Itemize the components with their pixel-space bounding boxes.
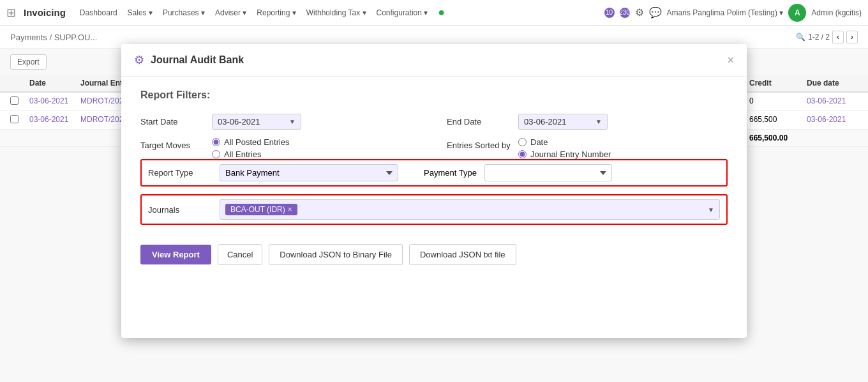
entries-sorted-journal-number[interactable]: Journal Entry Number: [518, 149, 611, 159]
modal-title: Journal Audit Bank: [151, 54, 244, 66]
report-type-row: Report Type Bank Payment Cash Payment Ge…: [140, 159, 728, 187]
nav-purchases[interactable]: Purchases ▾: [159, 8, 209, 17]
topbar: ⊞ Invoicing Dashboard Sales ▾ Purchases …: [0, 0, 868, 26]
journals-row: Journals BCA-OUT (IDR) × ▼: [140, 194, 728, 225]
end-date-label: End Date: [447, 114, 511, 126]
entries-sorted-row: Entries Sorted by Date Journal Entry Num…: [447, 137, 728, 159]
row2-credit: 665,500: [749, 115, 807, 125]
form-left: Start Date 03-06-2021 ▼ Target Moves All: [140, 114, 421, 159]
col-due: Due date: [807, 79, 858, 88]
avatar: A: [788, 4, 806, 22]
nav-sales[interactable]: Sales ▾: [124, 8, 156, 17]
breadcrumb: Payments / SUPP.OU...: [10, 33, 97, 42]
view-report-button[interactable]: View Report: [140, 245, 211, 264]
nav-configuration[interactable]: Configuration ▾: [373, 8, 432, 17]
row1-date: 03-06-2021: [29, 96, 80, 107]
journal-tag-bca-out: BCA-OUT (IDR) ×: [225, 204, 297, 215]
start-date-label: Start Date: [140, 114, 204, 126]
journals-label: Journals: [148, 205, 212, 215]
row2-date: 03-06-2021: [29, 115, 80, 125]
modal-header: ⚙ Journal Audit Bank ×: [121, 44, 747, 77]
row1-due: 03-06-2021: [807, 96, 858, 107]
target-moves-row: Target Moves All Posted Entries All Entr…: [140, 137, 421, 159]
target-moves-all-posted[interactable]: All Posted Entries: [212, 137, 290, 147]
badge-230: 230: [620, 8, 630, 18]
top-nav: Dashboard Sales ▾ Purchases ▾ Adviser ▾ …: [76, 6, 445, 19]
btn-row: View Report Cancel Download JSON to Bina…: [140, 238, 728, 271]
end-date-input[interactable]: 03-06-2021 ▼: [518, 114, 608, 130]
status-dot: ●: [438, 6, 445, 19]
footer-credit: 665,500.00: [749, 134, 807, 142]
payment-type-label: Payment Type: [424, 168, 477, 178]
next-page-button[interactable]: ›: [846, 31, 858, 43]
nav-withholding[interactable]: Withholding Tax ▾: [303, 8, 370, 17]
modal-body: Report Filters: Start Date 03-06-2021 ▼: [121, 77, 747, 284]
download-json-txt-button[interactable]: Download JSON txt file: [409, 244, 516, 265]
journals-tags: BCA-OUT (IDR) ×: [225, 204, 708, 215]
app-brand: Invoicing: [24, 7, 66, 18]
modal-overlay: ⊞ Invoicing Dashboard Sales ▾ Purchases …: [0, 0, 868, 382]
modal-dialog: ⚙ Journal Audit Bank × Report Filters: S…: [121, 44, 747, 338]
start-date-arrow-icon: ▼: [289, 118, 296, 125]
journals-dropdown-icon: ▼: [708, 206, 714, 213]
col-credit: Credit: [749, 79, 807, 88]
topbar-right: 10 230 ⚙ 💬 Amaris Panglima Polim (Testin…: [604, 4, 862, 22]
form-right: End Date 03-06-2021 ▼ Entries Sorted by: [447, 114, 728, 159]
export-button[interactable]: Export: [10, 54, 47, 70]
entries-sorted-label: Entries Sorted by: [447, 137, 511, 150]
settings-icon[interactable]: ⚙: [635, 6, 644, 19]
page-search-icon[interactable]: 🔍: [796, 33, 805, 42]
target-moves-label: Target Moves: [140, 137, 204, 150]
col-check: [10, 79, 29, 88]
target-moves-all-entries[interactable]: All Entries: [212, 149, 290, 159]
grid-icon[interactable]: ⊞: [6, 6, 16, 20]
report-type-select[interactable]: Bank Payment Cash Payment General Ledger: [220, 164, 398, 181]
payment-type-group: Payment Type: [424, 164, 720, 181]
download-json-binary-button[interactable]: Download JSON to Binary File: [269, 244, 403, 265]
start-date-row: Start Date 03-06-2021 ▼: [140, 114, 421, 130]
page-count: 1-2 / 2: [808, 33, 830, 42]
nav-adviser[interactable]: Adviser ▾: [211, 8, 250, 17]
cancel-button[interactable]: Cancel: [218, 244, 262, 265]
report-type-label: Report Type: [148, 168, 212, 178]
journal-tag-label: BCA-OUT (IDR): [230, 205, 285, 214]
journal-tag-remove-button[interactable]: ×: [288, 205, 292, 214]
target-moves-all-posted-label: All Posted Entries: [224, 137, 290, 147]
modal-icon: ⚙: [134, 53, 144, 67]
nav-reporting[interactable]: Reporting ▾: [253, 8, 299, 17]
target-moves-all-entries-label: All Entries: [224, 149, 262, 159]
end-date-value: 03-06-2021: [524, 117, 567, 126]
user-nav[interactable]: Amaris Panglima Polim (Testing) ▾: [667, 8, 784, 17]
entries-sorted-journal-label: Journal Entry Number: [530, 149, 611, 159]
row1-credit: 0: [749, 96, 807, 107]
pagination: 🔍 1-2 / 2 ‹ ›: [796, 31, 858, 43]
section-title: Report Filters:: [140, 89, 728, 101]
col-date: Date: [29, 79, 80, 88]
prev-page-button[interactable]: ‹: [832, 31, 844, 43]
entries-sorted-date-label: Date: [530, 137, 548, 147]
nav-dashboard[interactable]: Dashboard: [76, 8, 121, 17]
journals-field[interactable]: BCA-OUT (IDR) × ▼: [220, 199, 720, 220]
entries-sorted-options: Date Journal Entry Number: [518, 137, 611, 159]
chat-icon[interactable]: 💬: [649, 6, 662, 19]
admin-label: Admin (kgcitis): [811, 8, 862, 17]
badge-10: 10: [604, 8, 615, 18]
end-date-row: End Date 03-06-2021 ▼: [447, 114, 728, 130]
modal-header-left: ⚙ Journal Audit Bank: [134, 53, 244, 67]
end-date-arrow-icon: ▼: [595, 118, 602, 125]
start-date-input[interactable]: 03-06-2021 ▼: [212, 114, 301, 130]
entries-sorted-date[interactable]: Date: [518, 137, 611, 147]
modal-close-button[interactable]: ×: [727, 54, 734, 67]
payment-type-select[interactable]: [484, 164, 612, 181]
form-two-col: Start Date 03-06-2021 ▼ Target Moves All: [140, 114, 728, 159]
row2-due: 03-06-2021: [807, 115, 858, 125]
row2-check[interactable]: [10, 115, 29, 125]
start-date-value: 03-06-2021: [218, 117, 260, 126]
target-moves-options: All Posted Entries All Entries: [212, 137, 290, 159]
row1-check[interactable]: [10, 96, 29, 107]
